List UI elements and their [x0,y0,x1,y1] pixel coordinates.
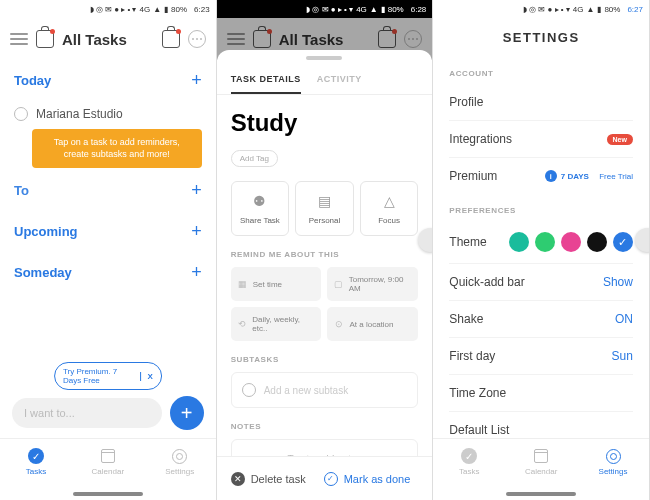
nav-tasks[interactable]: ✓Tasks [433,439,505,484]
nav-tasks[interactable]: ✓Tasks [0,439,72,484]
row-first-day[interactable]: First daySun [449,337,633,374]
settings-title: SETTINGS [433,18,649,57]
row-quick-add[interactable]: Quick-add barShow [449,263,633,300]
nav-calendar[interactable]: Calendar [72,439,144,484]
subtasks-label: SUBTASKS [231,355,419,364]
section-upcoming[interactable]: Upcoming+ [14,211,202,252]
list-card[interactable]: ▤Personal [295,181,354,236]
prefs-label: PREFERENCES [449,206,633,215]
nav-calendar[interactable]: Calendar [505,439,577,484]
bell-icon: △ [380,192,398,210]
plus-icon[interactable]: + [191,70,202,91]
task-row[interactable]: Mariana Estudio [14,101,202,127]
home-indicator [73,492,143,496]
section-tomorrow[interactable]: To+ [14,170,202,211]
swatch-selected[interactable]: ✓ [613,232,633,252]
close-icon: ✕ [231,472,245,486]
mark-done-button[interactable]: ✓Mark as done [324,472,411,486]
focus-card[interactable]: △Focus [360,181,419,236]
bag-icon[interactable] [36,30,54,48]
repeat-chip[interactable]: ⟲Daily, weekly, etc.. [231,307,322,341]
notes-input[interactable]: Tap to add notes [231,439,419,456]
nav-settings[interactable]: Settings [144,439,216,484]
section-someday[interactable]: Someday+ [14,252,202,293]
remind-label: REMIND ME ABOUT THIS [231,250,419,259]
page-title: All Tasks [62,31,154,48]
new-badge: New [607,134,633,145]
add-task-fab[interactable]: + [170,396,204,430]
add-subtask-input[interactable]: Add a new subtask [231,372,419,408]
swatch[interactable] [587,232,607,252]
row-timezone[interactable]: Time Zone [449,374,633,411]
status-bar: ◗ ◎ ✉ ● ▸ • ▾ 4G▲ ▮80% 6:23 [0,0,216,18]
notes-label: NOTES [231,422,419,431]
row-theme[interactable]: Theme ✓ [449,221,633,263]
share-icon: ⚉ [251,192,269,210]
bottom-nav: ✓Tasks Calendar Settings [0,438,216,484]
list-icon: ▤ [315,192,333,210]
theme-swatches: ✓ [509,232,633,252]
delete-task-button[interactable]: ✕Delete task [231,472,306,486]
repeat-icon: ⟲ [237,319,248,330]
calendar-icon: ▢ [333,279,343,290]
grab-handle[interactable] [306,56,342,60]
trial-badge: i7 DAYS Free Trial [545,170,633,182]
set-time-chip[interactable]: ▦Set time [231,267,322,301]
more-icon[interactable] [188,30,206,48]
account-label: ACCOUNT [449,69,633,78]
share-task-card[interactable]: ⚉Share Task [231,181,290,236]
nav-settings[interactable]: Settings [577,439,649,484]
swatch[interactable] [509,232,529,252]
tab-details[interactable]: TASK DETAILS [231,74,301,94]
premium-pill[interactable]: Try Premium. 7 Days FreeX [54,362,162,390]
menu-icon[interactable] [10,33,28,45]
row-shake[interactable]: ShakeON [449,300,633,337]
swatch[interactable] [561,232,581,252]
bottom-nav: ✓Tasks Calendar Settings [433,438,649,484]
status-bar: ◗ ◎ ✉ ● ▸ • ▾ 4G▲ ▮80% 6:28 [217,0,433,18]
add-tag-button[interactable]: Add Tag [231,150,278,167]
tab-activity[interactable]: ACTIVITY [317,74,362,94]
status-bar: ◗ ◎ ✉ ● ▸ • ▾ 4G▲ ▮80% 6:27 [433,0,649,18]
task-title[interactable]: Study [231,109,419,137]
clock-icon: ▦ [237,279,248,290]
location-chip[interactable]: ⊙At a location [327,307,418,341]
close-icon[interactable]: X [140,372,152,381]
row-profile[interactable]: Profile [449,84,633,120]
check-icon: ✓ [324,472,338,486]
section-today[interactable]: Today+ [14,60,202,101]
task-detail-sheet: TASK DETAILS ACTIVITY Study Add Tag ⚉Sha… [217,50,433,500]
onboarding-tooltip: Tap on a task to add reminders, create s… [32,129,202,168]
home-indicator [506,492,576,496]
side-fab[interactable] [418,228,433,252]
date-chip[interactable]: ▢Tomorrow, 9:00 AM [327,267,418,301]
checkbox-icon[interactable] [14,107,28,121]
bag-icon-2[interactable] [162,30,180,48]
location-icon: ⊙ [333,319,344,330]
swatch[interactable] [535,232,555,252]
row-integrations[interactable]: IntegrationsNew [449,120,633,157]
top-bar: All Tasks [0,18,216,60]
row-premium[interactable]: Premiumi7 DAYS Free Trial [449,157,633,194]
quick-add-input[interactable]: I want to... [12,398,162,428]
